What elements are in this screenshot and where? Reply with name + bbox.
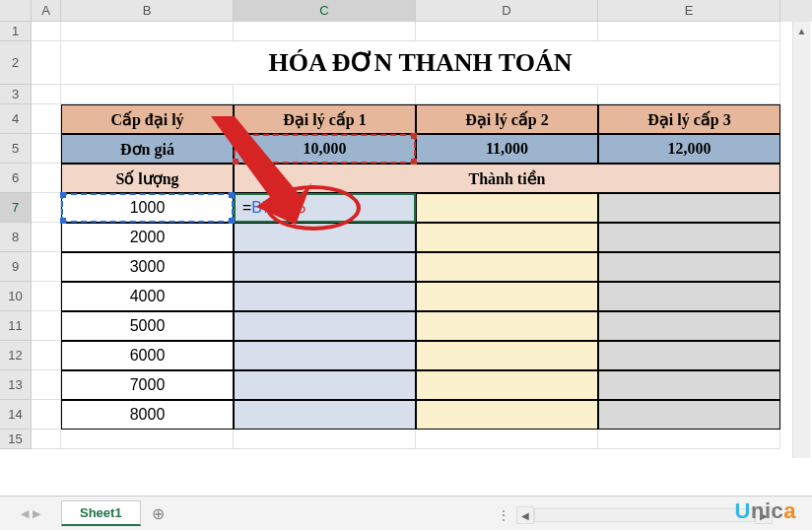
row-header-15[interactable]: 15 bbox=[0, 430, 32, 449]
cell-C14[interactable] bbox=[234, 400, 416, 430]
cell-E12[interactable] bbox=[598, 341, 780, 370]
cell-A15[interactable] bbox=[32, 430, 61, 449]
cell-A12[interactable] bbox=[32, 341, 61, 370]
cell-E8[interactable] bbox=[598, 223, 780, 252]
cell-C11[interactable] bbox=[234, 311, 416, 341]
chevron-left-icon[interactable]: ◀ bbox=[21, 507, 29, 520]
scroll-up-icon[interactable]: ▲ bbox=[793, 22, 810, 39]
cell-C9[interactable] bbox=[234, 252, 416, 282]
cell-E7[interactable] bbox=[598, 193, 780, 223]
cell-A2[interactable] bbox=[32, 41, 61, 85]
header-so-luong[interactable]: Số lượng bbox=[61, 164, 234, 193]
qty-3[interactable]: 4000 bbox=[61, 282, 234, 311]
qty-5[interactable]: 6000 bbox=[61, 341, 234, 370]
cell-D3[interactable] bbox=[416, 85, 598, 104]
qty-4[interactable]: 5000 bbox=[61, 311, 234, 341]
qty-6[interactable]: 7000 bbox=[61, 370, 234, 400]
cell-C3[interactable] bbox=[234, 85, 416, 104]
cell-A4[interactable] bbox=[32, 104, 61, 134]
cell-D7[interactable] bbox=[416, 193, 598, 223]
cell-D1[interactable] bbox=[416, 22, 598, 41]
row-header-14[interactable]: 14 bbox=[0, 400, 32, 430]
cell-C10[interactable] bbox=[234, 282, 416, 311]
cell-A8[interactable] bbox=[32, 223, 61, 252]
cell-A7[interactable] bbox=[32, 193, 61, 223]
cell-B3[interactable] bbox=[61, 85, 234, 104]
cell-A9[interactable] bbox=[32, 252, 61, 282]
col-header-C[interactable]: C bbox=[234, 0, 416, 22]
row-header-10[interactable]: 10 bbox=[0, 282, 32, 311]
cell-A3[interactable] bbox=[32, 85, 61, 104]
cell-A5[interactable] bbox=[32, 134, 61, 164]
cell-D13[interactable] bbox=[416, 370, 598, 400]
cell-C13[interactable] bbox=[234, 370, 416, 400]
cell-A10[interactable] bbox=[32, 282, 61, 311]
qty-2[interactable]: 3000 bbox=[61, 252, 234, 282]
chevron-right-icon[interactable]: ▶ bbox=[33, 507, 40, 520]
qty-7[interactable]: 8000 bbox=[61, 400, 234, 430]
header-thanh-tien[interactable]: Thành tiền bbox=[234, 164, 780, 193]
cell-C15[interactable] bbox=[234, 430, 416, 449]
row-header-7[interactable]: 7 bbox=[0, 193, 32, 223]
cell-B15[interactable] bbox=[61, 430, 234, 449]
invoice-title[interactable]: HÓA ĐƠN THANH TOÁN bbox=[61, 41, 780, 85]
row-header-2[interactable]: 2 bbox=[0, 41, 32, 85]
cell-E10[interactable] bbox=[598, 282, 780, 311]
cell-D9[interactable] bbox=[416, 252, 598, 282]
header-cap-dai-ly[interactable]: Cấp đại lý bbox=[61, 104, 234, 134]
row-header-12[interactable]: 12 bbox=[0, 341, 32, 370]
cell-A11[interactable] bbox=[32, 311, 61, 341]
cell-A6[interactable] bbox=[32, 164, 61, 193]
row-header-8[interactable]: 8 bbox=[0, 223, 32, 252]
cell-A1[interactable] bbox=[32, 22, 61, 41]
cell-C8[interactable] bbox=[234, 223, 416, 252]
scroll-left-icon[interactable]: ◀ bbox=[516, 506, 534, 524]
cell-E9[interactable] bbox=[598, 252, 780, 282]
formula-cell-C7[interactable]: =B7*C$5 bbox=[234, 193, 416, 223]
vertical-scrollbar[interactable]: ▲ bbox=[792, 22, 810, 458]
cell-E3[interactable] bbox=[598, 85, 780, 104]
qty-0[interactable]: 1000 bbox=[61, 193, 234, 223]
cell-E13[interactable] bbox=[598, 370, 780, 400]
cell-A14[interactable] bbox=[32, 400, 61, 430]
qty-1[interactable]: 2000 bbox=[61, 223, 234, 252]
horizontal-scrollbar[interactable]: ⋮ ◀ ▶ bbox=[497, 506, 773, 524]
cell-E1[interactable] bbox=[598, 22, 780, 41]
cell-D8[interactable] bbox=[416, 223, 598, 252]
select-all-corner[interactable] bbox=[0, 0, 32, 22]
row-header-1[interactable]: 1 bbox=[0, 22, 32, 41]
spreadsheet-grid[interactable]: A B C D E 1 2 HÓA ĐƠN THANH TOÁN 3 4 Cấp… bbox=[0, 0, 812, 496]
price-c1[interactable]: 10,000 bbox=[234, 134, 416, 164]
header-dai-ly-2[interactable]: Đại lý cấp 2 bbox=[416, 104, 598, 134]
cell-D11[interactable] bbox=[416, 311, 598, 341]
cell-A13[interactable] bbox=[32, 370, 61, 400]
cell-C1[interactable] bbox=[234, 22, 416, 41]
header-don-gia[interactable]: Đơn giá bbox=[61, 134, 234, 164]
cell-E15[interactable] bbox=[598, 430, 780, 449]
price-c3[interactable]: 12,000 bbox=[598, 134, 780, 164]
price-c2[interactable]: 11,000 bbox=[416, 134, 598, 164]
cell-D12[interactable] bbox=[416, 341, 598, 370]
row-header-9[interactable]: 9 bbox=[0, 252, 32, 282]
add-sheet-button[interactable]: ⊕ bbox=[145, 500, 172, 526]
col-header-A[interactable]: A bbox=[32, 0, 61, 22]
cell-B1[interactable] bbox=[61, 22, 234, 41]
row-header-4[interactable]: 4 bbox=[0, 104, 32, 134]
header-dai-ly-3[interactable]: Đại lý cấp 3 bbox=[598, 104, 780, 134]
row-header-6[interactable]: 6 bbox=[0, 164, 32, 193]
cell-D14[interactable] bbox=[416, 400, 598, 430]
row-header-13[interactable]: 13 bbox=[0, 370, 32, 400]
tab-nav-buttons[interactable]: ◀ ▶ bbox=[0, 507, 61, 520]
header-dai-ly-1[interactable]: Đại lý cấp 1 bbox=[234, 104, 416, 134]
cell-E14[interactable] bbox=[598, 400, 780, 430]
cell-D15[interactable] bbox=[416, 430, 598, 449]
row-header-5[interactable]: 5 bbox=[0, 134, 32, 164]
cell-C12[interactable] bbox=[234, 341, 416, 370]
col-header-B[interactable]: B bbox=[61, 0, 234, 22]
row-header-11[interactable]: 11 bbox=[0, 311, 32, 341]
cell-E11[interactable] bbox=[598, 311, 780, 341]
cell-D10[interactable] bbox=[416, 282, 598, 311]
sheet-tab-1[interactable]: Sheet1 bbox=[61, 500, 141, 526]
row-header-3[interactable]: 3 bbox=[0, 85, 32, 104]
col-header-E[interactable]: E bbox=[598, 0, 780, 22]
